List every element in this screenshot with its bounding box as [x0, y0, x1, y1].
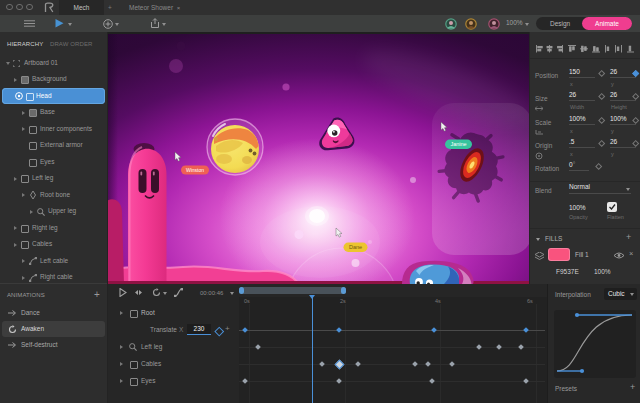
svg-text:Dane: Dane — [349, 244, 362, 250]
svg-text:Winston: Winston — [186, 167, 204, 173]
svg-text:Janine: Janine — [450, 141, 466, 147]
